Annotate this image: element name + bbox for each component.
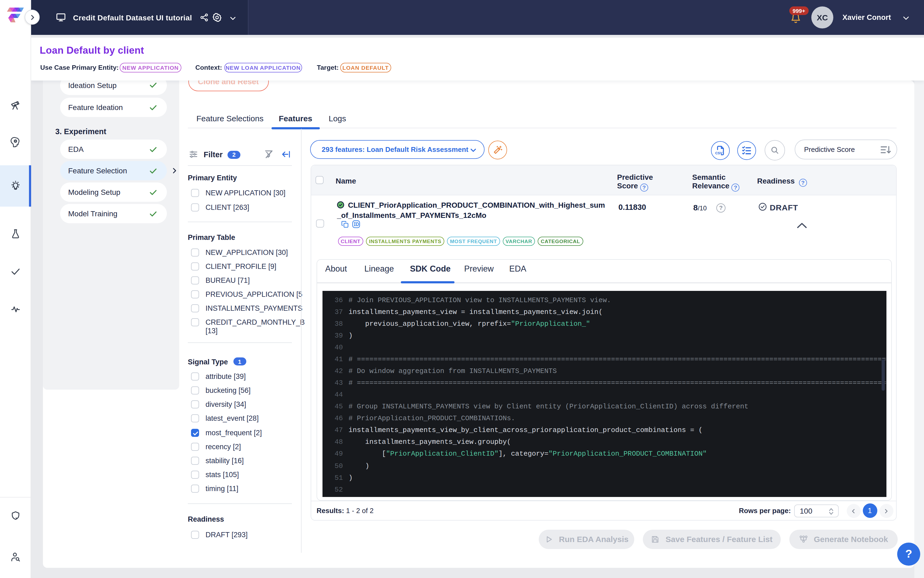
- svg-text:CSV: CSV: [715, 151, 722, 155]
